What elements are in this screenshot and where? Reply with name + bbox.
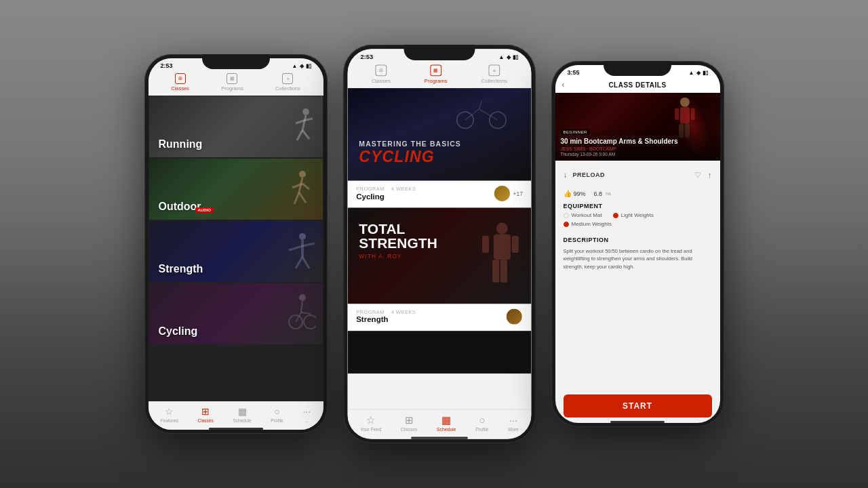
start-button-container: START (555, 390, 720, 423)
phone-center: 2:53 ▲ ◈ ▮▯ ⊞ Classes ▦ Programs ≡ (343, 45, 536, 443)
nav-featured-left[interactable]: ☆ Featured (161, 406, 178, 423)
start-button[interactable]: START (564, 394, 712, 418)
back-button[interactable]: ‹ (562, 80, 576, 89)
svg-point-0 (302, 108, 309, 115)
cycling-meta-row: PROGRAM 4 WEEKS (356, 186, 416, 191)
feed-icon-center: ☆ (366, 414, 375, 426)
medium-weights-label: Medium Weights (572, 221, 612, 227)
nav-more-center[interactable]: ··· More (508, 414, 519, 432)
signal-icon-left: ▲ (292, 63, 298, 69)
nav-schedule-left[interactable]: ▦ Schedule (233, 406, 251, 423)
tab-collections-center[interactable]: ≡ Collections (481, 64, 507, 83)
nav-schedule-center[interactable]: ▦ Schedule (437, 414, 456, 432)
nav-more-left[interactable]: ··· ... (302, 406, 311, 423)
nav-profile-center[interactable]: ○ Profile (475, 414, 488, 432)
category-card-strength[interactable]: Strength (149, 221, 323, 282)
description-section: DESCRIPTION Split your workout 50/50 bet… (564, 232, 712, 385)
more-icon-left: ··· (302, 406, 311, 417)
svg-line-17 (302, 243, 315, 246)
svg-line-8 (294, 192, 299, 204)
collections-icon-center: ≡ (488, 64, 500, 76)
svg-line-28 (479, 101, 481, 109)
svg-point-29 (496, 223, 508, 235)
home-indicator-right (610, 421, 665, 423)
tab-programs-center[interactable]: ▦ Programs (424, 64, 447, 83)
category-card-cycling[interactable]: Cycling (149, 283, 323, 344)
wifi-icon-right: ◈ (696, 70, 701, 76)
class-video-thumbnail[interactable]: BEGINNER 30 min Bootcamp Arms & Shoulder… (555, 93, 720, 161)
signal-icon-right: ▲ (689, 70, 694, 76)
download-icon: ↓ (564, 170, 568, 180)
action-icons: ♡ ↑ (694, 171, 712, 180)
equipment-item-light: Light Weights (613, 212, 654, 218)
nav-feed-center[interactable]: ☆ Your Feed (360, 414, 381, 432)
tab-programs-left[interactable]: ▦ Programs (221, 73, 243, 92)
programs-icon-left: ▦ (226, 73, 237, 84)
cycling-text-overlay: MASTERING THE BASICS CYCLING (359, 140, 461, 167)
class-instructor: JESS SIMS · BOOTCAMP (561, 146, 715, 151)
bookmark-icon[interactable]: ♡ (694, 171, 701, 180)
description-text: Split your workout 50/50 between cardio … (564, 247, 712, 270)
program-card-strength[interactable]: TOTAL STRENGTH WITH A. ROY PROGRAM 4 WEE… (347, 207, 531, 331)
nav-profile-left[interactable]: ○ Profile (271, 406, 283, 423)
notch-center (403, 45, 475, 60)
mat-checkbox[interactable] (564, 213, 569, 218)
cycling-label: Cycling (159, 325, 198, 338)
beginner-badge: BEGINNER (561, 129, 590, 135)
cycling-avatar (494, 185, 511, 202)
nav-classes-left[interactable]: ⊞ Classes (198, 406, 214, 423)
schedule-icon-left: ▦ (238, 406, 247, 417)
program-card-cycling[interactable]: MASTERING THE BASICS CYCLING PROGRAM 4 W… (347, 88, 531, 207)
svg-line-1 (302, 115, 306, 130)
light-weights-checkbox[interactable] (613, 213, 618, 218)
strength-program-name: Strength (356, 315, 416, 324)
profile-icon-center: ○ (479, 414, 485, 426)
class-date: Thursday 13-09-26 9:00 AM (561, 152, 715, 157)
phones-container: 2:53 ▲ ◈ ▮▯ ⊞ Classes ▦ Programs ≡ (144, 54, 724, 434)
time-left: 2:53 (161, 62, 173, 69)
svg-line-11 (302, 184, 309, 189)
rating-stat: 👍 99% (564, 190, 586, 197)
medium-weights-checkbox[interactable] (564, 222, 569, 227)
svg-line-5 (306, 119, 313, 120)
cycling-silhouette (269, 293, 316, 334)
mastering-text: MASTERING THE BASICS (359, 140, 461, 148)
category-card-outdoor[interactable]: Outdoor AUDIO (149, 159, 323, 220)
strength-athlete-icon (471, 207, 528, 304)
more-icon-center: ··· (509, 414, 517, 426)
strength-program-image: TOTAL STRENGTH WITH A. ROY (347, 207, 531, 304)
battery-icon-center: ▮▯ (513, 54, 518, 60)
svg-rect-34 (500, 260, 507, 283)
strength-label: Strength (159, 263, 203, 275)
screen-left: 2:53 ▲ ◈ ▮▯ ⊞ Classes ▦ Programs ≡ (149, 58, 323, 430)
equipment-section: EQUIPMENT Workout Mat Light Weights M (564, 203, 712, 227)
wifi-icon-center: ◈ (506, 54, 510, 60)
bottom-nav-center: ☆ Your Feed ⊞ Classes ▦ Schedule ○ Profi… (347, 409, 531, 439)
svg-point-20 (304, 315, 316, 329)
tab-collections-left[interactable]: ≡ Collections (275, 73, 300, 92)
svg-rect-30 (493, 234, 510, 260)
screen-right: 3:55 ▲ ◈ ▮▯ ‹ CLASS DETAILS (555, 65, 720, 423)
outdoor-silhouette (269, 169, 316, 209)
tab-classes-center[interactable]: ⊞ Classes (371, 64, 390, 83)
bottom-nav-left: ☆ Featured ⊞ Classes ▦ Schedule ○ Profil… (149, 401, 323, 430)
category-card-running[interactable]: Running (149, 96, 323, 157)
equipment-item-medium: Medium Weights (564, 221, 612, 227)
audio-badge: AUDIO (195, 207, 214, 213)
svg-line-16 (289, 246, 302, 250)
page-title: CLASS DETAILS (576, 81, 700, 89)
share-icon[interactable]: ↑ (708, 171, 712, 180)
profile-icon-left: ○ (274, 406, 279, 417)
status-icons-right: ▲ ◈ ▮▯ (689, 70, 708, 76)
runner-silhouette (269, 106, 316, 147)
tab-classes-left[interactable]: ⊞ Classes (171, 73, 189, 92)
classes-icon-left: ⊞ (175, 73, 186, 84)
difficulty-value: 6.8 (594, 190, 603, 197)
nav-classes-center[interactable]: ⊞ Classes (401, 414, 417, 432)
third-program-card[interactable] (347, 331, 531, 373)
svg-line-3 (302, 130, 309, 139)
cycling-avatar-group: +17 (494, 185, 523, 202)
strength-meta-row: PROGRAM 4 WEEKS (356, 310, 416, 314)
svg-line-2 (297, 130, 302, 140)
strength-program-info: PROGRAM 4 WEEKS Strength (347, 304, 531, 331)
